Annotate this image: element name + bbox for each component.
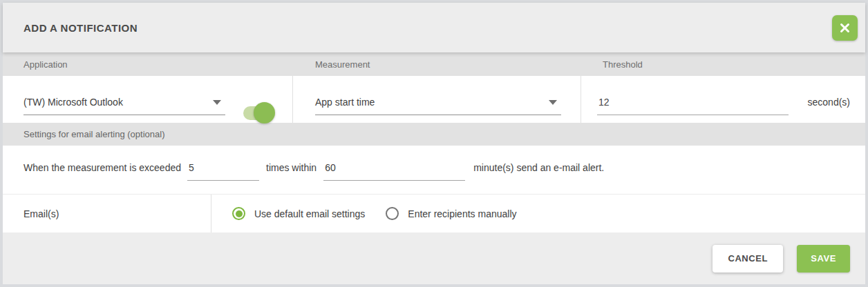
close-button[interactable]	[832, 15, 858, 41]
radio-icon	[232, 207, 245, 220]
threshold-input[interactable]	[597, 97, 789, 115]
radio-enter-recipients-label: Enter recipients manually	[408, 208, 516, 219]
email-alert-condition-row: When the measurement is exceeded times w…	[3, 146, 865, 194]
emails-label: Email(s)	[3, 195, 211, 232]
toggle-knob	[254, 102, 275, 123]
threshold-column: second(s)	[581, 76, 865, 123]
measurement-column-label: Measurement	[293, 59, 581, 70]
application-select[interactable]: (TW) Microsoft Outlook	[23, 97, 225, 115]
column-labels-row: Application Measurement Threshold	[3, 52, 865, 76]
threshold-column-label: Threshold	[581, 59, 865, 70]
application-column: (TW) Microsoft Outlook	[3, 76, 293, 123]
email-alerting-section-header: Settings for email alerting (optional)	[3, 123, 865, 146]
cancel-button[interactable]: CANCEL	[713, 245, 783, 273]
minutes-window-input[interactable]	[323, 162, 465, 181]
application-enabled-toggle[interactable]	[243, 102, 275, 124]
measurement-select-value: App start time	[315, 97, 375, 108]
measurement-column: App start time	[293, 76, 581, 123]
dialog-title: ADD A NOTIFICATION	[23, 22, 138, 34]
application-column-label: Application	[3, 59, 293, 70]
threshold-unit-label: second(s)	[808, 97, 850, 108]
dialog-footer: CANCEL SAVE	[3, 232, 865, 284]
chevron-down-icon	[213, 100, 221, 105]
condition-middle-text: times within	[266, 162, 317, 173]
radio-use-default-email[interactable]: Use default email settings	[232, 207, 365, 220]
radio-enter-recipients[interactable]: Enter recipients manually	[386, 207, 516, 220]
radio-use-default-email-label: Use default email settings	[254, 208, 365, 219]
close-icon	[839, 22, 851, 34]
save-button[interactable]: SAVE	[797, 245, 850, 273]
chevron-down-icon	[549, 100, 557, 105]
times-exceeded-input[interactable]	[187, 162, 259, 181]
email-mode-radio-group: Use default email settings Enter recipie…	[211, 195, 538, 232]
add-notification-dialog: ADD A NOTIFICATION Application Measureme…	[3, 3, 865, 284]
condition-prefix-text: When the measurement is exceeded	[23, 162, 181, 173]
application-select-value: (TW) Microsoft Outlook	[23, 97, 123, 108]
condition-suffix-text: minute(s) send an e-mail alert.	[473, 162, 604, 173]
radio-icon	[386, 207, 399, 220]
emails-row: Email(s) Use default email settings Ente…	[3, 194, 865, 232]
notification-settings-row: (TW) Microsoft Outlook App start time se…	[3, 76, 865, 123]
measurement-select[interactable]: App start time	[315, 97, 561, 115]
dialog-header: ADD A NOTIFICATION	[3, 3, 865, 52]
